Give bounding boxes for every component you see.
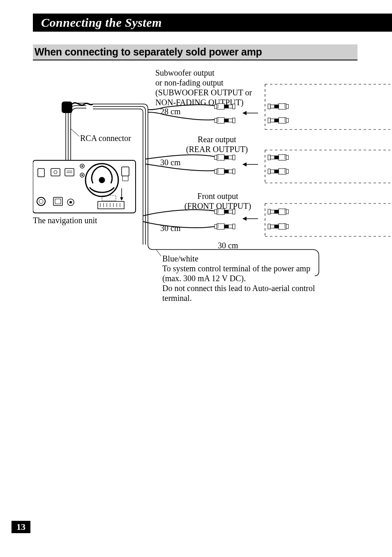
svg-point-27 (81, 174, 83, 176)
svg-point-34 (69, 201, 72, 203)
section-heading-wrap: When connecting to separately sold power… (33, 44, 357, 60)
page-number: 13 (12, 521, 30, 533)
svg-rect-12 (62, 102, 72, 113)
svg-point-25 (81, 165, 83, 167)
wiring-diagram: Subwoofer output or non-fading output (S… (33, 64, 390, 302)
section-underline (33, 60, 357, 60)
svg-line-14 (156, 250, 161, 256)
section-heading: When connecting to separately sold power… (33, 44, 357, 60)
svg-line-13 (71, 129, 79, 136)
svg-point-17 (99, 178, 104, 183)
diagram-svg (33, 64, 390, 302)
chapter-title-bar: Connecting the System (33, 14, 392, 32)
chapter-title: Connecting the System (41, 16, 162, 29)
